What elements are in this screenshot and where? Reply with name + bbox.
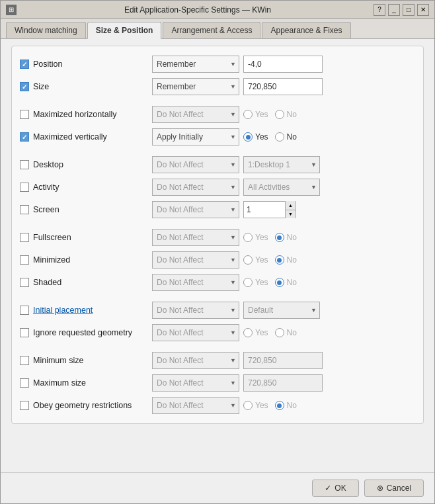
- activity-dropdown[interactable]: Do Not Affect ▼: [152, 179, 239, 196]
- maximized-h-no[interactable]: No: [275, 110, 297, 119]
- ok-button[interactable]: ✓ OK: [312, 480, 358, 497]
- minimized-no[interactable]: No: [275, 255, 297, 265]
- position-value[interactable]: -4,0: [243, 56, 323, 73]
- max-size-value[interactable]: 720,850: [243, 374, 323, 392]
- size-label-area: Size: [20, 82, 152, 91]
- maximized-h-label-area: Maximized horizontally: [20, 110, 152, 119]
- tab-size-position[interactable]: Size & Position: [87, 22, 162, 39]
- minimized-yes-circle: [243, 255, 253, 265]
- maximize-button[interactable]: □: [403, 4, 415, 16]
- size-value[interactable]: 720,850: [243, 78, 323, 95]
- tab-window-matching[interactable]: Window matching: [6, 22, 86, 38]
- shaded-checkbox[interactable]: [20, 278, 29, 287]
- desktop-value-dropdown[interactable]: 1:Desktop 1 ▼: [243, 156, 320, 173]
- desktop-label: Desktop: [33, 160, 63, 169]
- minimized-yes[interactable]: Yes: [243, 255, 268, 265]
- minimized-no-circle: [275, 255, 284, 265]
- screen-spinner[interactable]: 1 ▲ ▼: [243, 201, 296, 218]
- ignore-geometry-checkbox[interactable]: [20, 328, 29, 337]
- fullscreen-dropdown[interactable]: Do Not Affect ▼: [152, 229, 239, 246]
- title-bar-buttons: ? _ □ ✕: [374, 4, 429, 16]
- initial-placement-link[interactable]: Initial placement: [33, 306, 93, 315]
- desktop-dropdown[interactable]: Do Not Affect ▼: [152, 156, 239, 173]
- maximized-h-yes[interactable]: Yes: [243, 110, 268, 119]
- activity-value-dropdown[interactable]: All Activities ▼: [243, 179, 320, 196]
- fullscreen-radio-group: Yes No: [243, 233, 297, 242]
- minimize-button[interactable]: _: [388, 4, 400, 16]
- row-min-size: Minimum size Do Not Affect ▼ 720,850: [20, 349, 415, 372]
- cancel-button[interactable]: ⊗ Cancel: [364, 480, 424, 497]
- maximized-h-no-circle: [275, 110, 284, 119]
- size-checkbox[interactable]: [20, 82, 29, 91]
- min-size-value[interactable]: 720,850: [243, 352, 323, 369]
- obey-geometry-yes[interactable]: Yes: [243, 401, 268, 410]
- shaded-label: Shaded: [33, 278, 61, 287]
- initial-placement-checkbox[interactable]: [20, 306, 29, 315]
- obey-geometry-no[interactable]: No: [275, 401, 297, 410]
- activity-checkbox[interactable]: [20, 183, 29, 192]
- shaded-yes[interactable]: Yes: [243, 278, 268, 287]
- maximized-v-checkbox[interactable]: [20, 132, 29, 142]
- maximized-v-label-area: Maximized vertically: [20, 132, 152, 142]
- min-size-checkbox[interactable]: [20, 356, 29, 365]
- shaded-dropdown[interactable]: Do Not Affect ▼: [152, 274, 239, 291]
- size-label: Size: [33, 82, 49, 91]
- desktop-label-area: Desktop: [20, 160, 152, 169]
- maximized-h-checkbox[interactable]: [20, 110, 29, 119]
- maximized-v-yes-circle: [243, 132, 253, 142]
- max-size-label-area: Maximum size: [20, 378, 152, 388]
- initial-placement-dropdown[interactable]: Do Not Affect ▼: [152, 302, 239, 319]
- maximized-h-yes-label: Yes: [255, 110, 268, 119]
- maximized-v-no[interactable]: No: [275, 132, 297, 142]
- ignore-geometry-dropdown[interactable]: Do Not Affect ▼: [152, 324, 239, 341]
- screen-dropdown[interactable]: Do Not Affect ▼: [152, 201, 239, 218]
- screen-checkbox[interactable]: [20, 205, 29, 214]
- fullscreen-no-label: No: [287, 233, 297, 242]
- screen-spinner-buttons: ▲ ▼: [285, 201, 296, 218]
- ignore-geometry-yes[interactable]: Yes: [243, 328, 268, 337]
- maximized-h-label: Maximized horizontally: [33, 110, 116, 119]
- fullscreen-yes[interactable]: Yes: [243, 233, 268, 242]
- initial-placement-label-area: Initial placement: [20, 306, 152, 315]
- window-icon: ⊞: [6, 5, 17, 15]
- ignore-geometry-radio-group: Yes No: [243, 328, 297, 337]
- screen-spinner-down[interactable]: ▼: [285, 210, 296, 219]
- row-initial-placement: Initial placement Do Not Affect ▼ Defaul…: [20, 299, 415, 321]
- screen-spinner-up[interactable]: ▲: [285, 201, 296, 210]
- row-maximized-h: Maximized horizontally Do Not Affect ▼ Y…: [20, 103, 415, 126]
- maximized-v-yes[interactable]: Yes: [243, 132, 268, 142]
- max-size-dropdown[interactable]: Do Not Affect ▼: [152, 374, 239, 392]
- maximized-h-no-label: No: [287, 110, 297, 119]
- position-dropdown[interactable]: Remember ▼: [152, 56, 239, 73]
- ok-label: OK: [335, 483, 346, 493]
- maximized-h-yes-circle: [243, 110, 253, 119]
- obey-geometry-dropdown[interactable]: Do Not Affect ▼: [152, 397, 239, 414]
- maximized-h-dropdown[interactable]: Do Not Affect ▼: [152, 106, 239, 123]
- minimized-checkbox[interactable]: [20, 255, 29, 265]
- footer: ✓ OK ⊗ Cancel: [1, 472, 434, 503]
- desktop-checkbox[interactable]: [20, 160, 29, 169]
- size-dropdown[interactable]: Remember ▼: [152, 78, 239, 95]
- cancel-icon: ⊗: [377, 483, 383, 493]
- tab-appearance-fixes[interactable]: Appearance & Fixes: [262, 22, 350, 38]
- tab-arrangement-access[interactable]: Arrangement & Access: [163, 22, 260, 38]
- close-button[interactable]: ✕: [417, 4, 429, 16]
- initial-placement-value-dropdown[interactable]: Default ▼: [243, 302, 320, 319]
- help-button[interactable]: ?: [374, 4, 385, 16]
- maximized-v-dropdown[interactable]: Apply Initially ▼: [152, 128, 239, 146]
- shaded-no-circle: [275, 278, 284, 287]
- row-minimized: Minimized Do Not Affect ▼ Yes No: [20, 249, 415, 271]
- row-screen: Screen Do Not Affect ▼ 1 ▲ ▼: [20, 198, 415, 221]
- fullscreen-no[interactable]: No: [275, 233, 297, 242]
- max-size-checkbox[interactable]: [20, 378, 29, 388]
- position-checkbox[interactable]: [20, 60, 29, 69]
- fullscreen-checkbox[interactable]: [20, 233, 29, 242]
- min-size-dropdown[interactable]: Do Not Affect ▼: [152, 352, 239, 369]
- obey-geometry-label: Obey geometry restrictions: [33, 401, 132, 410]
- ignore-geometry-no[interactable]: No: [275, 328, 297, 337]
- obey-geometry-checkbox[interactable]: [20, 401, 29, 410]
- shaded-no[interactable]: No: [275, 278, 297, 287]
- settings-panel: Position Remember ▼ -4,0 Size Remember ▼: [11, 46, 424, 424]
- minimized-no-label: No: [287, 255, 297, 265]
- minimized-dropdown[interactable]: Do Not Affect ▼: [152, 251, 239, 269]
